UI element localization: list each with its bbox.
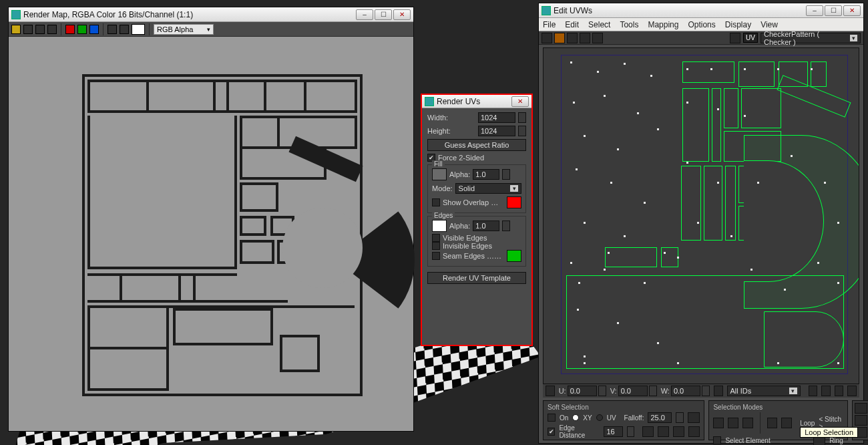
uv-vertex[interactable] [597, 71, 599, 73]
uv-vertex[interactable] [644, 282, 646, 284]
uv-vertex[interactable] [578, 282, 580, 284]
expand-sel-icon[interactable] [767, 418, 778, 428]
uv-vertex[interactable] [617, 148, 619, 150]
uv-vertex[interactable] [837, 222, 839, 224]
close-button[interactable]: ✕ [393, 9, 411, 20]
uv-vertex[interactable] [717, 108, 719, 110]
uv-vertex[interactable] [784, 289, 786, 291]
guess-aspect-button[interactable]: Guess Aspect Ratio [427, 139, 526, 151]
channel-red-toggle[interactable] [65, 25, 75, 34]
uv-vertex[interactable] [686, 68, 688, 70]
falloff-input[interactable]: 25.0 [648, 412, 672, 423]
shrink-icon[interactable] [642, 426, 654, 437]
freeform-icon[interactable] [580, 33, 590, 43]
color-swatch[interactable] [132, 24, 145, 35]
uv-vertex[interactable] [584, 222, 586, 224]
rotate-icon[interactable] [554, 33, 565, 43]
uv-vertex[interactable] [657, 128, 659, 130]
width-spinner[interactable] [518, 112, 526, 123]
clone-icon[interactable] [35, 25, 45, 34]
grow-icon[interactable] [658, 426, 669, 437]
uv-vertex[interactable] [777, 68, 779, 70]
menu-mapping[interactable]: Mapping [648, 20, 678, 29]
uv-vertex[interactable] [717, 182, 719, 184]
soft-on-checkbox[interactable] [548, 414, 556, 422]
fill-mode-dropdown[interactable]: Solid [455, 183, 521, 194]
fill-color-swatch[interactable] [432, 168, 447, 180]
soft-xy-radio[interactable] [572, 414, 579, 421]
uv-vertex[interactable] [791, 155, 793, 157]
height-spinner[interactable] [518, 126, 526, 136]
flip-h-icon[interactable] [855, 415, 868, 426]
uv-vertex[interactable] [817, 262, 819, 264]
w-input[interactable]: 0.0 [671, 386, 700, 396]
uv-vertex[interactable] [624, 63, 626, 65]
seam-edges-checkbox[interactable] [432, 252, 440, 260]
menu-options[interactable]: Options [688, 20, 715, 29]
minimize-button[interactable]: – [806, 5, 823, 16]
uv-vertex[interactable] [573, 102, 575, 104]
seam-color-swatch[interactable] [507, 250, 521, 262]
show-overlap-checkbox[interactable] [432, 198, 440, 206]
fill-alpha-spinner[interactable] [502, 169, 510, 180]
invisible-edges-checkbox[interactable] [432, 242, 440, 250]
edge-mode-icon[interactable] [728, 418, 738, 428]
uv-vertex[interactable] [604, 269, 606, 271]
mirror-icon[interactable] [592, 33, 603, 43]
edges-color-swatch[interactable] [432, 220, 447, 232]
uv-vertex[interactable] [686, 162, 688, 164]
render-uvs-titlebar[interactable]: Render UVs ✕ [422, 95, 531, 108]
uv-vertex[interactable] [608, 252, 610, 254]
uv-vertex[interactable] [730, 235, 732, 237]
minimize-button[interactable]: – [356, 9, 373, 20]
uv-vertex[interactable] [811, 68, 813, 70]
select-element-checkbox[interactable] [713, 436, 721, 444]
ring-label[interactable]: Ring [829, 437, 843, 444]
falloff-spinner[interactable] [676, 412, 684, 423]
u-spinner[interactable] [598, 386, 606, 396]
u-input[interactable]: 0.0 [568, 386, 597, 396]
menu-file[interactable]: File [543, 20, 556, 29]
contract-sel-icon[interactable] [781, 418, 792, 428]
render-map-titlebar[interactable]: Render Map, RGBA Color 16 Bits/Channel (… [9, 7, 413, 22]
loop-label[interactable]: Loop [800, 420, 815, 427]
uv-vertex[interactable] [584, 362, 586, 364]
uv-vertex[interactable] [570, 262, 572, 264]
mono-toggle-icon[interactable] [120, 25, 129, 34]
maximize-button[interactable]: ☐ [825, 5, 842, 16]
vertex-mode-icon[interactable] [713, 418, 724, 428]
align-left-icon[interactable] [855, 403, 868, 414]
uv-vertex[interactable] [677, 362, 679, 364]
uvw-link-icon[interactable] [714, 386, 723, 396]
uv-vertex[interactable] [570, 61, 572, 63]
move-icon[interactable] [541, 33, 552, 43]
texture-dropdown[interactable]: CheckerPattern ( Checker ) [761, 33, 861, 43]
uv-vertex[interactable] [750, 269, 752, 271]
uv-vertex[interactable] [644, 202, 646, 204]
uv-canvas[interactable]: [ [40,20],[80,34],[120,22],[160,40],[44,… [543, 47, 859, 384]
uv-vertex[interactable] [584, 355, 586, 357]
v-input[interactable]: 0.0 [618, 386, 648, 396]
uv-vertex[interactable] [744, 115, 746, 117]
v-spinner[interactable] [649, 386, 657, 396]
material-id-dropdown[interactable]: All IDs [727, 386, 801, 396]
show-map-icon[interactable] [730, 33, 740, 43]
uv-vertex[interactable] [584, 135, 586, 137]
fit-icon[interactable] [847, 386, 857, 396]
uv-vertex[interactable] [624, 235, 626, 237]
uv-vertex[interactable] [837, 362, 839, 364]
uv-vertex[interactable] [604, 95, 606, 97]
menu-tools[interactable]: Tools [620, 20, 638, 29]
width-input[interactable]: 1024 [478, 112, 515, 123]
delete-icon[interactable] [47, 25, 57, 34]
uv-vertex[interactable] [824, 182, 826, 184]
render-uv-template-button[interactable]: Render UV Template [427, 272, 526, 284]
menu-view[interactable]: View [761, 20, 778, 29]
face-mode-icon[interactable] [742, 418, 753, 428]
paint-icon[interactable] [673, 426, 684, 437]
zoom-icon[interactable] [821, 386, 831, 396]
uv-vertex[interactable] [650, 75, 652, 77]
uv-vertex[interactable] [777, 362, 779, 364]
scale-icon[interactable] [567, 33, 578, 43]
channel-dropdown[interactable]: RGB Alpha [154, 24, 214, 35]
